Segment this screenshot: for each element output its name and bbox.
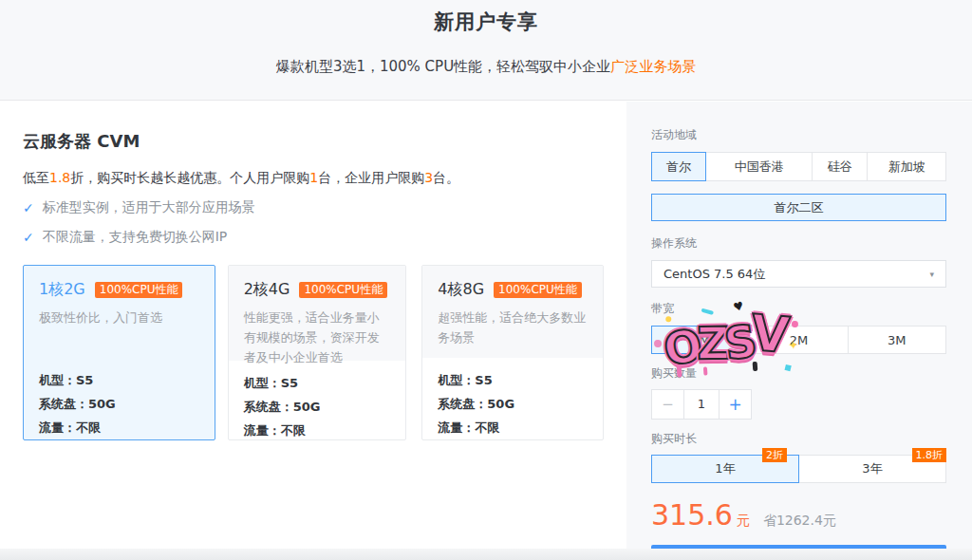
cvm-panel: 云服务器 CVM 低至1.8折，购买时长越长越优惠。个人用户限购1台，企业用户限… bbox=[0, 102, 626, 549]
savings-text: 省1262.4元 bbox=[763, 513, 836, 530]
duration-tab-label: 3年 bbox=[862, 460, 882, 477]
cpu-performance-badge: 100%CPU性能 bbox=[95, 282, 183, 298]
bandwidth-tab-3m[interactable]: 3M bbox=[848, 326, 946, 354]
spec-disk: 系统盘：50G bbox=[438, 392, 588, 416]
spec-traffic: 流量：不限 bbox=[438, 416, 588, 439]
os-label: 操作系统 bbox=[651, 235, 946, 252]
instance-card-1c2g[interactable]: 1核2G 100%CPU性能 极致性价比，入门首选 机型：S5 系统盘：50G … bbox=[23, 265, 215, 440]
card-specs: 机型：S5 系统盘：50G 流量：不限 bbox=[229, 361, 406, 442]
cvm-description: 低至1.8折，购买时长越长越优惠。个人用户限购1台，企业用户限购3台。 bbox=[23, 170, 604, 187]
desc-segment: 台。 bbox=[433, 170, 459, 185]
card-description: 性能更强，适合业务量小有规模的场景，资深开发者及中小企业首选 bbox=[244, 308, 391, 367]
subtitle-text: 爆款机型3选1，100% CPU性能，轻松驾驭中小企业 bbox=[276, 58, 610, 75]
feature-text: 不限流量，支持免费切换公网IP bbox=[43, 229, 228, 246]
duration-tabs: 1年 2折 3年 1.8折 bbox=[651, 455, 946, 483]
price-amount: 315.6 bbox=[651, 498, 733, 532]
bandwidth-tab-2m[interactable]: 2M bbox=[749, 326, 848, 354]
desc-highlight-company-limit: 3 bbox=[424, 170, 433, 185]
footer-divider bbox=[0, 549, 972, 560]
card-top: 4核8G 100%CPU性能 超强性能，适合绝大多数业务场景 bbox=[422, 266, 603, 358]
price-row: 315.6 元 省1262.4元 bbox=[651, 498, 946, 532]
discount-badge: 1.8折 bbox=[912, 448, 947, 462]
bandwidth-tabs: 1M 2M 3M bbox=[651, 326, 946, 354]
os-selected-value: CentOS 7.5 64位 bbox=[664, 266, 765, 283]
region-label: 活动地域 bbox=[651, 127, 946, 143]
bandwidth-label: 带宽 bbox=[651, 301, 946, 317]
spec-model: 机型：S5 bbox=[438, 368, 588, 392]
zone-button[interactable]: 首尔二区 bbox=[651, 194, 946, 221]
price-unit: 元 bbox=[737, 513, 750, 530]
discount-badge: 2折 bbox=[762, 448, 787, 462]
card-title: 1核2G bbox=[39, 280, 85, 300]
page-subtitle: 爆款机型3选1，100% CPU性能，轻松驾驭中小企业广泛业务场景 bbox=[0, 58, 972, 76]
quantity-label: 购买数量 bbox=[651, 365, 946, 382]
spec-model: 机型：S5 bbox=[244, 371, 391, 395]
spec-disk: 系统盘：50G bbox=[39, 392, 199, 416]
bandwidth-tab-1m[interactable]: 1M bbox=[651, 326, 750, 354]
plus-icon[interactable]: + bbox=[719, 389, 752, 420]
desc-highlight-personal-limit: 1 bbox=[309, 170, 318, 185]
cvm-title: 云服务器 CVM bbox=[23, 130, 604, 153]
spec-disk: 系统盘：50G bbox=[244, 395, 391, 419]
spec-traffic: 流量：不限 bbox=[244, 419, 391, 442]
duration-tab-3year[interactable]: 3年 1.8折 bbox=[798, 455, 946, 483]
quantity-stepper: − 1 + bbox=[651, 389, 753, 420]
feature-text: 标准型实例，适用于大部分应用场景 bbox=[43, 199, 255, 216]
region-tab-siliconvalley[interactable]: 硅谷 bbox=[812, 152, 868, 181]
duration-tab-label: 1年 bbox=[715, 460, 735, 477]
page-title: 新用户专享 bbox=[0, 0, 972, 35]
card-specs: 机型：S5 系统盘：50G 流量：不限 bbox=[422, 358, 603, 439]
instance-cards: 1核2G 100%CPU性能 极致性价比，入门首选 机型：S5 系统盘：50G … bbox=[23, 265, 604, 440]
region-tabs: 首尔 中国香港 硅谷 新加坡 bbox=[651, 152, 946, 181]
duration-tab-1year[interactable]: 1年 2折 bbox=[651, 455, 799, 483]
spec-traffic: 流量：不限 bbox=[39, 416, 199, 439]
check-icon: ✓ bbox=[23, 230, 34, 245]
desc-segment: 低至 bbox=[23, 170, 49, 185]
card-title: 2核4G bbox=[244, 280, 290, 300]
os-select[interactable]: CentOS 7.5 64位 ▾ bbox=[651, 260, 946, 288]
cpu-performance-badge: 100%CPU性能 bbox=[299, 282, 387, 298]
minus-icon[interactable]: − bbox=[651, 389, 684, 420]
card-description: 超强性能，适合绝大多数业务场景 bbox=[438, 308, 588, 347]
card-description: 极致性价比，入门首选 bbox=[39, 308, 199, 327]
card-top: 2核4G 100%CPU性能 性能更强，适合业务量小有规模的场景，资深开发者及中… bbox=[229, 266, 406, 361]
feature-item: ✓ 不限流量，支持免费切换公网IP bbox=[23, 229, 604, 246]
card-title: 4核8G bbox=[438, 280, 484, 300]
region-tab-seoul[interactable]: 首尔 bbox=[651, 152, 706, 181]
feature-item: ✓ 标准型实例，适用于大部分应用场景 bbox=[23, 199, 604, 216]
new-user-cvm-promo-page: 新用户专享 爆款机型3选1，100% CPU性能，轻松驾驭中小企业广泛业务场景 … bbox=[0, 0, 972, 560]
region-tab-hongkong[interactable]: 中国香港 bbox=[705, 152, 813, 181]
check-icon: ✓ bbox=[23, 200, 34, 215]
desc-segment: 台，企业用户限购 bbox=[318, 170, 424, 185]
card-top: 1核2G 100%CPU性能 极致性价比，入门首选 bbox=[24, 266, 215, 358]
purchase-config-sidebar: 活动地域 首尔 中国香港 硅谷 新加坡 首尔二区 操作系统 CentOS 7.5… bbox=[626, 102, 972, 549]
desc-highlight-discount: 1.8 bbox=[49, 170, 70, 185]
quantity-value[interactable]: 1 bbox=[683, 389, 720, 420]
card-specs: 机型：S5 系统盘：50G 流量：不限 bbox=[24, 358, 215, 439]
chevron-down-icon: ▾ bbox=[929, 270, 934, 279]
instance-card-4c8g[interactable]: 4核8G 100%CPU性能 超强性能，适合绝大多数业务场景 机型：S5 系统盘… bbox=[421, 265, 604, 440]
promo-header: 新用户专享 爆款机型3选1，100% CPU性能，轻松驾驭中小企业广泛业务场景 bbox=[0, 0, 972, 101]
instance-card-2c4g[interactable]: 2核4G 100%CPU性能 性能更强，适合业务量小有规模的场景，资深开发者及中… bbox=[228, 265, 407, 440]
cpu-performance-badge: 100%CPU性能 bbox=[494, 282, 582, 298]
duration-label: 购买时长 bbox=[651, 431, 946, 447]
spec-model: 机型：S5 bbox=[39, 368, 199, 392]
subtitle-highlight: 广泛业务场景 bbox=[610, 58, 696, 75]
region-tab-singapore[interactable]: 新加坡 bbox=[867, 152, 946, 181]
desc-segment: 折，购买时长越长越优惠。个人用户限购 bbox=[70, 170, 309, 185]
